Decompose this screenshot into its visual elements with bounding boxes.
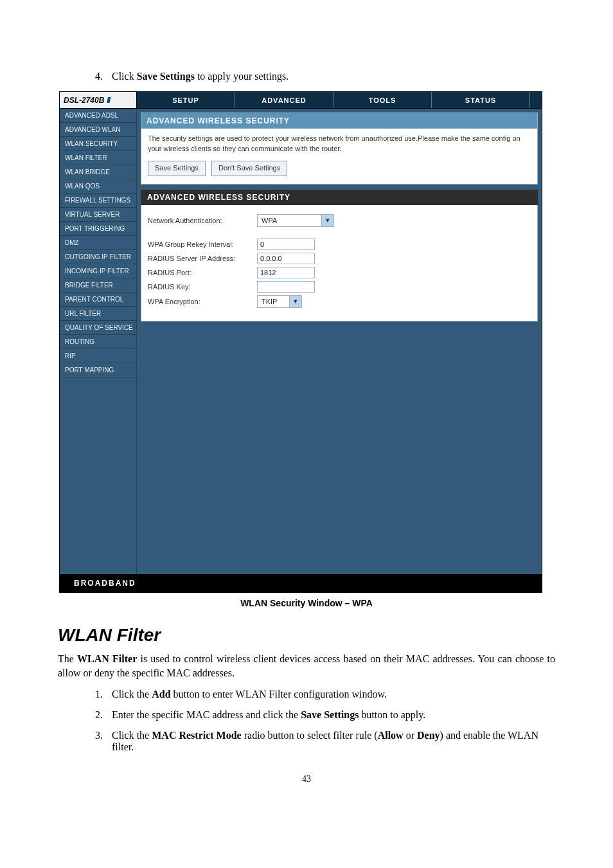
net-auth-select[interactable]: WPA ▾ [257,214,334,227]
device-logo: DSL-2740B/// [60,92,137,108]
footer-brand: BROADBAND [60,574,542,592]
step-number: 4. [95,71,112,82]
tab-tools[interactable]: TOOLS [333,92,432,108]
chevron-down-icon: ▾ [321,215,333,226]
sidebar-item[interactable]: ADVANCED ADSL [60,109,136,123]
page-number: 43 [0,774,613,784]
list-step: 3. Click the MAC Restrict Mode radio but… [95,730,555,753]
logo-bars-icon: /// [107,96,109,105]
main-area: ADVANCED WIRELESS SECURITY The security … [137,109,542,574]
sidebar-item[interactable]: ROUTING [60,335,136,349]
top-nav: DSL-2740B/// SETUP ADVANCED TOOLS STATUS [60,92,542,109]
step-text: Click Save Settings to apply your settin… [112,71,555,82]
sidebar-item[interactable]: PORT MAPPING [60,363,136,377]
radius-port-label: RADIUS Port: [148,269,257,276]
sidebar-item[interactable]: PARENT CONTROL [60,293,136,307]
wpa-enc-select[interactable]: TKIP ▾ [257,295,302,308]
section-para: The WLAN Filter is used to control wirel… [58,652,555,680]
radius-ip-input[interactable]: 0.0.0.0 [257,253,315,264]
rekey-input[interactable]: 0 [257,239,315,250]
chevron-down-icon: ▾ [289,296,301,307]
sidebar-item[interactable]: RIP [60,349,136,363]
info-panel: ADVANCED WIRELESS SECURITY The security … [141,113,538,185]
tab-gap [530,92,542,108]
sidebar-item[interactable]: DMZ [60,236,136,250]
rekey-label: WPA Group Rekey Interval: [148,240,257,248]
sidebar-item[interactable]: WLAN SECURITY [60,137,136,151]
list-step: 1. Click the Add button to enter WLAN Fi… [95,689,555,700]
form-area: Network Authentication: WPA ▾ WPA Group … [141,205,538,321]
radius-key-input[interactable] [257,281,315,293]
sidebar-item[interactable]: INCOMING IP FILTER [60,264,136,278]
sidebar-item[interactable]: WLAN QOS [60,179,136,194]
radius-port-input[interactable]: 1812 [257,267,315,278]
panel-title: ADVANCED WIRELESS SECURITY [141,113,537,129]
dont-save-settings-button[interactable]: Don't Save Settings [211,161,287,176]
sidebar-item[interactable]: VIRTUAL SERVER [60,208,136,222]
router-screenshot: DSL-2740B/// SETUP ADVANCED TOOLS STATUS… [59,91,542,593]
save-settings-button[interactable]: Save Settings [148,161,206,176]
sidebar-item[interactable]: QUALITY OF SERVICE [60,321,136,335]
intro-step: 4. Click Save Settings to apply your set… [95,71,555,82]
tab-status[interactable]: STATUS [432,92,530,108]
sidebar-item[interactable]: BRIDGE FILTER [60,278,136,293]
sidebar-item[interactable]: URL FILTER [60,307,136,321]
section-heading: WLAN Filter [58,625,555,646]
sidebar-item[interactable]: WLAN FILTER [60,151,136,165]
sidebar-item[interactable]: ADVANCED WLAN [60,123,136,137]
sidebar: ADVANCED ADSLADVANCED WLANWLAN SECURITYW… [60,109,137,574]
tab-advanced[interactable]: ADVANCED [235,92,333,108]
figure-caption: WLAN Security Window – WPA [58,598,555,608]
net-auth-label: Network Authentication: [148,217,257,224]
radius-ip-label: RADIUS Server IP Address: [148,255,257,262]
sidebar-item[interactable]: FIREWALL SETTINGS [60,194,136,208]
list-step: 2. Enter the specific MAC address and cl… [95,709,555,721]
radius-key-label: RADIUS Key: [148,283,257,291]
tab-setup[interactable]: SETUP [137,92,235,108]
sidebar-item[interactable]: PORT TRIGGERING [60,222,136,236]
sidebar-item[interactable]: OUTGOING IP FILTER [60,250,136,264]
panel-desc: The security settings are used to protec… [148,134,531,154]
wpa-enc-label: WPA Encryption: [148,298,257,305]
sidebar-item[interactable]: WLAN BRIDGE [60,165,136,179]
sub-header: ADVANCED WIRELESS SECURITY [141,190,538,205]
